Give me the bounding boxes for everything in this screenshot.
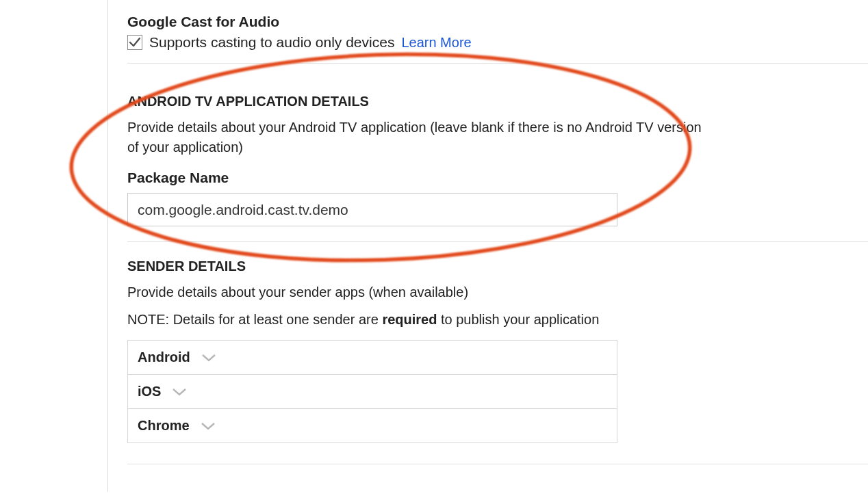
- chevron-down-icon: [201, 353, 216, 362]
- platform-label: Android: [138, 349, 190, 365]
- section-sender-details: SENDER DETAILS Provide details about you…: [127, 259, 868, 457]
- cast-audio-checkbox-label: Supports casting to audio only devices: [149, 34, 394, 51]
- sender-note-suffix: to publish your application: [437, 312, 599, 327]
- platform-label: iOS: [138, 384, 161, 399]
- left-divider: [107, 0, 108, 492]
- android-tv-heading: ANDROID TV APPLICATION DETAILS: [127, 94, 868, 109]
- divider: [127, 241, 868, 242]
- sender-note-bold: required: [382, 312, 437, 327]
- chevron-down-icon: [172, 387, 187, 397]
- divider: [127, 464, 868, 464]
- divider: [127, 63, 868, 64]
- sender-note: NOTE: Details for at least one sender ar…: [127, 312, 868, 328]
- sender-item-ios[interactable]: iOS: [128, 375, 617, 409]
- sender-heading: SENDER DETAILS: [127, 259, 868, 274]
- cast-audio-checkbox[interactable]: [127, 35, 142, 50]
- android-tv-description: Provide details about your Android TV ap…: [127, 118, 702, 157]
- sender-note-prefix: NOTE: Details for at least one sender ar…: [127, 312, 382, 327]
- sender-item-chrome[interactable]: Chrome: [128, 409, 617, 443]
- package-name-label: Package Name: [127, 170, 868, 186]
- chevron-down-icon: [201, 421, 216, 431]
- platform-label: Chrome: [138, 418, 190, 434]
- sender-platform-list: Android iOS Chrome: [127, 340, 617, 443]
- section-android-tv: ANDROID TV APPLICATION DETAILS Provide d…: [127, 94, 868, 240]
- sender-description: Provide details about your sender apps (…: [127, 282, 702, 302]
- package-name-input[interactable]: [127, 193, 617, 226]
- learn-more-link[interactable]: Learn More: [401, 35, 471, 51]
- cast-audio-title: Google Cast for Audio: [127, 14, 868, 30]
- sender-item-android[interactable]: Android: [128, 341, 617, 375]
- section-cast-audio: Google Cast for Audio Supports casting t…: [127, 14, 868, 77]
